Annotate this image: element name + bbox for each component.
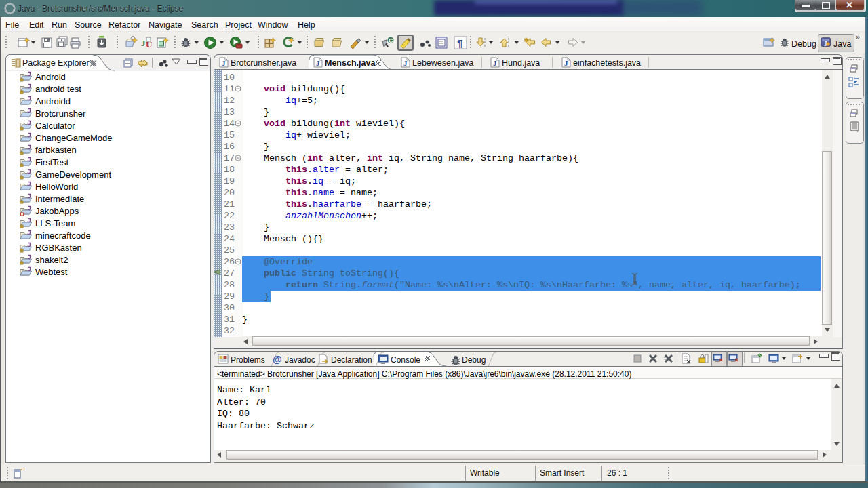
svg-text:J: J [493,59,497,67]
svg-text:C: C [389,37,393,44]
svg-text:J: J [564,59,568,67]
svg-text:J: J [316,59,320,67]
svg-text:@: @ [273,354,282,365]
svg-text:J: J [222,59,226,67]
svg-text:J: J [403,59,408,67]
svg-text:¶: ¶ [457,37,462,49]
svg-text:J: J [141,38,146,48]
